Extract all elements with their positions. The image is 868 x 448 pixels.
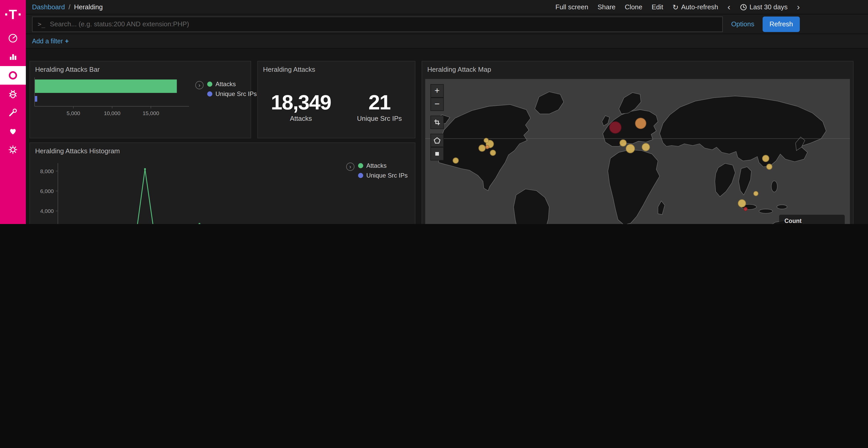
- dashboard-icon: [8, 33, 18, 43]
- legend-toggle-icon[interactable]: ›: [346, 163, 354, 171]
- svg-text:6,000: 6,000: [40, 188, 54, 194]
- legend-item[interactable]: Unique Src IPs: [358, 172, 408, 179]
- sidebar-item-health[interactable]: [0, 122, 26, 140]
- full-screen-button[interactable]: Full screen: [555, 3, 588, 11]
- legend-toggle-icon[interactable]: ›: [195, 81, 204, 89]
- time-range-button[interactable]: Last 30 days: [740, 3, 787, 11]
- t-mobile-logo[interactable]: T: [0, 0, 26, 29]
- auto-refresh-button[interactable]: ↻Auto-refresh: [673, 3, 718, 11]
- time-back-button[interactable]: ‹: [727, 3, 730, 11]
- refresh-cycle-icon: ↻: [673, 3, 678, 11]
- edit-button[interactable]: Edit: [652, 3, 663, 11]
- map-marker[interactable]: [743, 207, 748, 211]
- legend-label: Attacks: [366, 162, 387, 169]
- metric-value: 18,349: [271, 91, 331, 114]
- rectangle-tool-button[interactable]: [430, 147, 444, 161]
- panel-title: Heralding Attacks: [258, 61, 415, 74]
- sidebar-item-honeypot[interactable]: [0, 84, 26, 103]
- attack-stats-icon: [8, 70, 18, 80]
- dashboard-grid: Heralding Attacks Bar 5,00010,00015,000 …: [26, 48, 868, 224]
- panel-heralding-attack-map: Heralding Attack Map: [422, 61, 854, 224]
- rectangle-icon: [433, 150, 441, 158]
- map-legend-title: Count: [784, 218, 840, 224]
- map-marker[interactable]: [753, 191, 758, 196]
- legend-item[interactable]: Attacks: [358, 162, 408, 169]
- sidebar-item-attack-stats[interactable]: [0, 66, 26, 84]
- map-controls: + −: [430, 84, 444, 161]
- attacks-histogram-chart[interactable]: 02,0004,0006,0008,0002018-10-28 02:00201…: [34, 157, 334, 224]
- map-marker[interactable]: [478, 144, 486, 152]
- add-filter-link[interactable]: Add a filter+: [32, 37, 69, 45]
- honeypot-icon: [8, 89, 18, 99]
- polygon-icon: [433, 137, 441, 144]
- map-marker[interactable]: [738, 199, 746, 207]
- time-forward-button[interactable]: ›: [797, 3, 800, 11]
- breadcrumb-dashboard-link[interactable]: Dashboard: [32, 3, 65, 11]
- sidebar-item-analytics[interactable]: [0, 47, 26, 66]
- map-marker[interactable]: [642, 143, 650, 151]
- legend-color-dot: [207, 91, 212, 97]
- legend-item[interactable]: Attacks: [207, 80, 257, 88]
- metric-attacks: 18,349 Attacks: [271, 91, 331, 122]
- panel-heralding-attacks-bar: Heralding Attacks Bar 5,00010,00015,000 …: [29, 61, 251, 138]
- svg-text:10,000: 10,000: [104, 110, 120, 116]
- panel-title: Heralding Attacks Bar: [30, 61, 251, 74]
- map-marker[interactable]: [485, 145, 489, 149]
- crop-tool-button[interactable]: [430, 115, 444, 129]
- breadcrumb-current: Heralding: [74, 3, 102, 11]
- attacks-bar-chart[interactable]: 5,00010,00015,000: [34, 76, 195, 128]
- polygon-tool-button[interactable]: [430, 134, 444, 147]
- zoom-in-button[interactable]: +: [430, 84, 444, 98]
- logo-letter: T: [9, 8, 17, 21]
- legend: › AttacksUnique Src IPs: [346, 162, 408, 224]
- share-button[interactable]: Share: [597, 3, 615, 11]
- map-marker[interactable]: [766, 164, 772, 170]
- search-input[interactable]: [50, 20, 717, 28]
- legend-item[interactable]: Unique Src IPs: [207, 90, 257, 98]
- topbar: Dashboard / Heralding Full screen Share …: [26, 0, 868, 14]
- world-map[interactable]: + − Count: [425, 79, 850, 224]
- sidebar-item-tools[interactable]: [0, 103, 26, 122]
- refresh-button[interactable]: Refresh: [763, 16, 800, 32]
- legend-label: Unique Src IPs: [366, 172, 408, 179]
- breadcrumb-separator: /: [68, 3, 70, 11]
- map-marker[interactable]: [619, 139, 627, 146]
- terminal-prompt-icon: >_: [38, 21, 45, 28]
- filter-bar: Add a filter+: [26, 34, 868, 48]
- map-marker[interactable]: [453, 158, 459, 164]
- clone-button[interactable]: Clone: [625, 3, 643, 11]
- svg-text:5,000: 5,000: [67, 110, 80, 116]
- analytics-icon: [8, 51, 18, 62]
- metric-unique-src-ips: 21 Unique Src IPs: [357, 91, 402, 122]
- topbar-actions: Full screen Share Clone Edit ↻Auto-refre…: [555, 3, 800, 11]
- panel-heralding-attacks: Heralding Attacks 18,349 Attacks 21 Uniq…: [257, 61, 415, 138]
- map-marker[interactable]: [626, 144, 635, 153]
- legend-color-dot: [358, 163, 363, 168]
- options-link[interactable]: Options: [731, 20, 754, 28]
- sidebar-item-dashboard[interactable]: [0, 29, 26, 47]
- panel-title: Heralding Attack Map: [422, 61, 853, 74]
- clock-icon: [740, 3, 747, 10]
- metric-label: Unique Src IPs: [357, 114, 402, 122]
- map-legend: Count 3 – 2,729.42,729.4 – 5,455.85,455.…: [779, 215, 845, 224]
- metric-group: 18,349 Attacks 21 Unique Src IPs: [258, 74, 415, 122]
- search-bar: >_: [32, 16, 723, 32]
- tools-icon: [8, 107, 18, 118]
- legend-color-dot: [358, 173, 363, 178]
- map-marker[interactable]: [610, 122, 622, 134]
- zoom-out-button[interactable]: −: [430, 98, 444, 111]
- app: T Dashboard / Heralding: [0, 0, 868, 224]
- map-marker[interactable]: [483, 138, 489, 143]
- svg-text:8,000: 8,000: [40, 168, 54, 174]
- sidebar-item-settings[interactable]: [0, 140, 26, 159]
- map-marker[interactable]: [490, 149, 496, 156]
- logo-square: [5, 13, 7, 15]
- search-row: >_ Options Refresh: [26, 14, 868, 34]
- svg-text:4,000: 4,000: [40, 208, 54, 214]
- map-marker[interactable]: [762, 155, 769, 162]
- legend-label: Attacks: [215, 80, 236, 88]
- map-marker[interactable]: [635, 118, 646, 129]
- settings-icon: [8, 144, 18, 155]
- legend-color-dot: [207, 81, 212, 87]
- map-marker-layer: [425, 79, 850, 224]
